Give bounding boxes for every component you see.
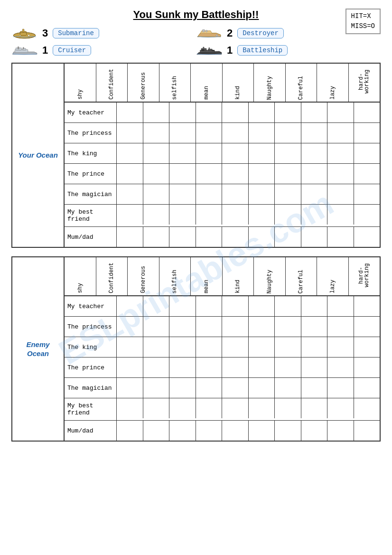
- your-ocean-section: Your Ocean shy Confident Generous selfis…: [11, 63, 381, 248]
- svg-rect-2: [22, 29, 24, 32]
- your-label-mumdad: Mum/dad: [65, 227, 117, 247]
- enemy-header-hardworking: hard-working: [349, 257, 380, 295]
- header-hardworking: hard-working: [349, 64, 380, 102]
- svg-point-4: [28, 35, 30, 37]
- submarine-count: 3: [42, 27, 48, 39]
- cruiser-ship: 1 Cruiser: [11, 43, 196, 58]
- your-ocean-label: Your Ocean: [12, 64, 65, 247]
- enemy-row-teacher: My teacher: [65, 296, 380, 317]
- enemy-header-lazy: lazy: [317, 257, 349, 295]
- header-lazy: lazy: [317, 64, 349, 102]
- header-mean: mean: [191, 64, 223, 102]
- enemy-header-mean: mean: [191, 257, 223, 295]
- enemy-row-prince: The prince: [65, 357, 380, 378]
- cruiser-count: 1: [42, 44, 48, 56]
- header-kind: kind: [223, 64, 254, 102]
- header-confident: Confident: [96, 64, 128, 102]
- your-ocean-grid: shy Confident Generous selfish mean kind…: [65, 64, 380, 247]
- your-label-magician: The magician: [65, 184, 117, 204]
- svg-rect-7: [206, 30, 207, 32]
- ships-section: 3 Submarine 2 Destroyer: [11, 26, 381, 58]
- enemy-header-kind: kind: [223, 257, 254, 295]
- your-row-bestfriend: My best friend: [65, 205, 380, 227]
- enemy-row-king: The king: [65, 337, 380, 357]
- page-title: You Sunk my Battleship!!: [11, 9, 381, 21]
- enemy-label-mumdad: Mum/dad: [65, 421, 117, 441]
- svg-rect-13: [23, 47, 24, 49]
- your-row-king: The king: [65, 143, 380, 164]
- your-label-king: The king: [65, 143, 117, 163]
- enemy-header-careful: Careful: [286, 257, 317, 295]
- enemy-label-magician: The magician: [65, 378, 117, 398]
- enemy-label-princess: The princess: [65, 317, 117, 337]
- your-row-mumdad: Mum/dad: [65, 227, 380, 247]
- your-label-bestfriend: My best friend: [65, 205, 117, 226]
- your-row-prince: The prince: [65, 164, 380, 184]
- enemy-label-king: The king: [65, 337, 117, 357]
- header-shy: shy: [65, 64, 96, 102]
- svg-rect-18: [209, 47, 210, 49]
- enemy-header-confident: Confident: [96, 257, 128, 295]
- your-label-prince: The prince: [65, 164, 117, 184]
- enemy-header-naughty: Naughty: [254, 257, 286, 295]
- battleship-label: Battleship: [237, 45, 288, 56]
- enemy-ocean-label: EnemyOcean: [12, 257, 65, 441]
- enemy-row-magician: The magician: [65, 378, 380, 398]
- svg-rect-20: [212, 50, 215, 51]
- destroyer-count: 2: [227, 27, 233, 39]
- battleship-ship: 1 Battleship: [196, 43, 381, 58]
- enemy-ocean-table: EnemyOcean shy Confident Generous selfis…: [11, 256, 381, 442]
- submarine-ship: 3 Submarine: [11, 26, 196, 41]
- enemy-label-bestfriend: My best friend: [65, 398, 117, 420]
- svg-rect-17: [203, 47, 204, 49]
- battleship-count: 1: [227, 44, 233, 56]
- enemy-header-generous: Generous: [128, 257, 159, 295]
- enemy-row-bestfriend: My best friend: [65, 398, 380, 421]
- cruiser-label: Cruiser: [53, 45, 91, 56]
- your-row-teacher: My teacher: [65, 103, 380, 123]
- your-label-princess: The princess: [65, 123, 117, 143]
- enemy-row-mumdad: Mum/dad: [65, 421, 380, 441]
- svg-rect-12: [18, 47, 19, 49]
- your-ocean-table: Your Ocean shy Confident Generous selfis…: [11, 63, 381, 248]
- svg-point-8: [216, 35, 218, 37]
- hit-miss-box: HIT=X MISS=O: [345, 9, 381, 34]
- enemy-ocean-section: EnemyOcean shy Confident Generous selfis…: [11, 256, 381, 442]
- header-selfish: selfish: [159, 64, 191, 102]
- enemy-header-shy: shy: [65, 257, 96, 295]
- svg-point-5: [19, 35, 20, 36]
- svg-rect-6: [202, 29, 205, 32]
- enemy-ocean-grid: shy Confident Generous selfish mean kind…: [65, 257, 380, 441]
- enemy-label-prince: The prince: [65, 357, 117, 377]
- destroyer-label: Destroyer: [237, 28, 284, 38]
- svg-rect-19: [202, 49, 204, 50]
- header-naughty: Naughty: [254, 64, 286, 102]
- enemy-row-princess: The princess: [65, 317, 380, 337]
- enemy-label-teacher: My teacher: [65, 296, 117, 316]
- header-careful: Careful: [286, 64, 317, 102]
- your-label-teacher: My teacher: [65, 103, 117, 122]
- enemy-ocean-header-row: shy Confident Generous selfish mean kind…: [65, 257, 380, 296]
- header-generous: Generous: [128, 64, 159, 102]
- submarine-label: Submarine: [53, 28, 99, 38]
- enemy-header-selfish: selfish: [159, 257, 191, 295]
- your-row-princess: The princess: [65, 123, 380, 143]
- your-row-magician: The magician: [65, 184, 380, 205]
- your-ocean-header-row: shy Confident Generous selfish mean kind…: [65, 64, 380, 103]
